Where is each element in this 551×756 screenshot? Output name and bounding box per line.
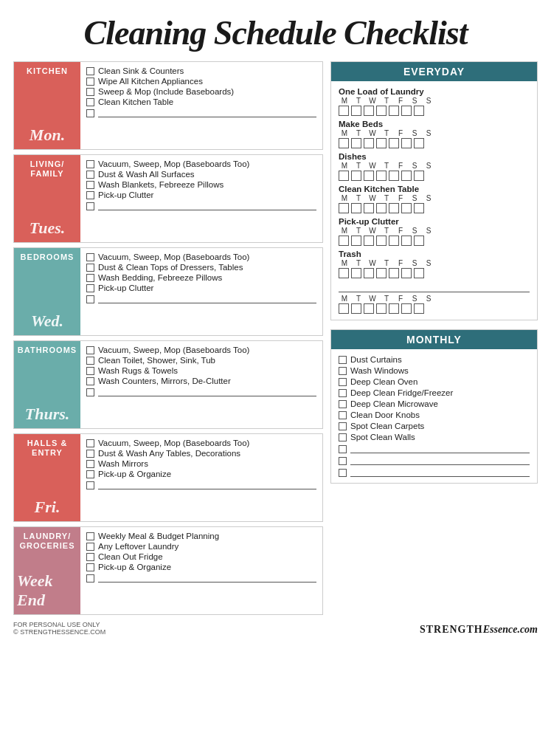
task-label-bedrooms-1: Dust & Clean Tops of Dressers, Tables — [98, 263, 243, 272]
day-check-3-3[interactable] — [376, 203, 387, 213]
day-check-2-3[interactable] — [376, 171, 387, 181]
task-checkbox-kitchen-3[interactable] — [86, 98, 94, 106]
day-check-1-4[interactable] — [389, 138, 399, 148]
monthly-checkbox-0[interactable] — [339, 356, 347, 364]
day-check-2-5[interactable] — [401, 171, 412, 181]
day-check-4-6[interactable] — [414, 236, 424, 246]
day-check-4-4[interactable] — [389, 236, 399, 246]
day-check-4-0[interactable] — [339, 236, 349, 246]
task-checkbox-bathrooms-1[interactable] — [86, 357, 94, 365]
day-check-5-3[interactable] — [376, 268, 387, 278]
blank-day-check-0[interactable] — [339, 303, 349, 314]
task-checkbox-halls-0[interactable] — [86, 439, 94, 447]
day-check-0-6[interactable] — [414, 106, 424, 116]
day-check-5-0[interactable] — [339, 268, 349, 278]
day-check-2-6[interactable] — [414, 171, 424, 181]
monthly-blank-cb-2[interactable] — [339, 469, 347, 477]
day-check-3-2[interactable] — [364, 203, 374, 213]
day-check-0-1[interactable] — [351, 106, 361, 116]
blank-day-letter-2: W — [367, 295, 378, 303]
task-checkbox-laundry-3[interactable] — [86, 563, 94, 571]
day-check-5-6[interactable] — [414, 268, 424, 278]
monthly-checkbox-3[interactable] — [339, 389, 347, 397]
task-checkbox-laundry-2[interactable] — [86, 553, 94, 561]
monthly-blank-cb-0[interactable] — [339, 445, 347, 453]
days-letters-3: MTWTFSS — [339, 194, 530, 202]
day-check-0-4[interactable] — [389, 106, 399, 116]
task-checkbox-bedrooms-0[interactable] — [86, 253, 94, 261]
day-check-5-5[interactable] — [401, 268, 412, 278]
day-check-4-1[interactable] — [351, 236, 361, 246]
day-check-1-3[interactable] — [376, 138, 387, 148]
blank-checkbox-bathrooms[interactable] — [86, 388, 94, 396]
monthly-checkbox-2[interactable] — [339, 378, 347, 386]
task-checkbox-kitchen-0[interactable] — [86, 67, 94, 75]
blank-line-living — [86, 202, 316, 210]
task-checkbox-living-0[interactable] — [86, 160, 94, 168]
day-check-1-5[interactable] — [401, 138, 412, 148]
blank-day-check-3[interactable] — [376, 303, 387, 314]
day-check-1-1[interactable] — [351, 138, 361, 148]
blank-day-check-6[interactable] — [414, 303, 424, 314]
task-checkbox-halls-2[interactable] — [86, 460, 94, 468]
day-check-4-3[interactable] — [376, 236, 387, 246]
day-check-1-6[interactable] — [414, 138, 424, 148]
day-check-3-6[interactable] — [414, 203, 424, 213]
day-check-1-2[interactable] — [364, 138, 374, 148]
blank-day-check-5[interactable] — [401, 303, 412, 314]
day-check-2-0[interactable] — [339, 171, 349, 181]
day-check-2-1[interactable] — [351, 171, 361, 181]
task-checkbox-laundry-0[interactable] — [86, 532, 94, 540]
monthly-item-1: Wash Windows — [339, 366, 530, 375]
day-check-2-4[interactable] — [389, 171, 399, 181]
blank-checkbox-bedrooms[interactable] — [86, 295, 94, 303]
day-check-0-3[interactable] — [376, 106, 387, 116]
monthly-label-3: Deep Clean Fridge/Freezer — [350, 388, 453, 397]
day-check-0-5[interactable] — [401, 106, 412, 116]
day-letter-4-4: F — [395, 227, 406, 235]
blank-checkbox-kitchen[interactable] — [86, 109, 94, 117]
task-checkbox-living-3[interactable] — [86, 191, 94, 199]
task-checkbox-halls-3[interactable] — [86, 470, 94, 478]
monthly-checkbox-4[interactable] — [339, 400, 347, 408]
day-check-1-0[interactable] — [339, 138, 349, 148]
task-checkbox-bathrooms-0[interactable] — [86, 346, 94, 354]
day-check-3-1[interactable] — [351, 203, 361, 213]
day-check-4-2[interactable] — [364, 236, 374, 246]
day-check-5-4[interactable] — [389, 268, 399, 278]
day-check-3-0[interactable] — [339, 203, 349, 213]
day-check-5-1[interactable] — [351, 268, 361, 278]
day-check-3-5[interactable] — [401, 203, 412, 213]
task-checkbox-bathrooms-3[interactable] — [86, 377, 94, 385]
footer-brand: StrengthEssence.com — [420, 624, 538, 636]
task-checkbox-living-1[interactable] — [86, 171, 94, 179]
task-checkbox-bedrooms-2[interactable] — [86, 274, 94, 282]
task-checkbox-kitchen-2[interactable] — [86, 88, 94, 96]
task-checkbox-bedrooms-1[interactable] — [86, 264, 94, 272]
blank-checkbox-halls[interactable] — [86, 481, 94, 489]
day-check-4-5[interactable] — [401, 236, 412, 246]
task-checkbox-bedrooms-3[interactable] — [86, 284, 94, 292]
monthly-checkbox-6[interactable] — [339, 422, 347, 430]
monthly-checkbox-5[interactable] — [339, 411, 347, 419]
monthly-checkbox-7[interactable] — [339, 433, 347, 441]
left-column: KITCHENMon.Clean Sink & CountersWipe All… — [13, 61, 323, 615]
monthly-blank-cb-1[interactable] — [339, 457, 347, 465]
task-checkbox-kitchen-1[interactable] — [86, 78, 94, 86]
blank-checkbox-laundry[interactable] — [86, 574, 94, 583]
day-check-0-0[interactable] — [339, 106, 349, 116]
day-check-3-4[interactable] — [389, 203, 399, 213]
blank-checkbox-living[interactable] — [86, 202, 94, 210]
monthly-checkbox-1[interactable] — [339, 367, 347, 375]
blank-day-check-4[interactable] — [389, 303, 399, 314]
blank-day-check-2[interactable] — [364, 303, 374, 314]
day-check-2-2[interactable] — [364, 171, 374, 181]
day-check-5-2[interactable] — [364, 268, 374, 278]
blank-day-check-1[interactable] — [351, 303, 361, 314]
task-checkbox-bathrooms-2[interactable] — [86, 367, 94, 375]
day-check-0-2[interactable] — [364, 106, 374, 116]
task-checkbox-halls-1[interactable] — [86, 450, 94, 458]
task-checkbox-living-2[interactable] — [86, 181, 94, 189]
task-checkbox-laundry-1[interactable] — [86, 543, 94, 551]
days-letters-0: MTWTFSS — [339, 97, 530, 105]
